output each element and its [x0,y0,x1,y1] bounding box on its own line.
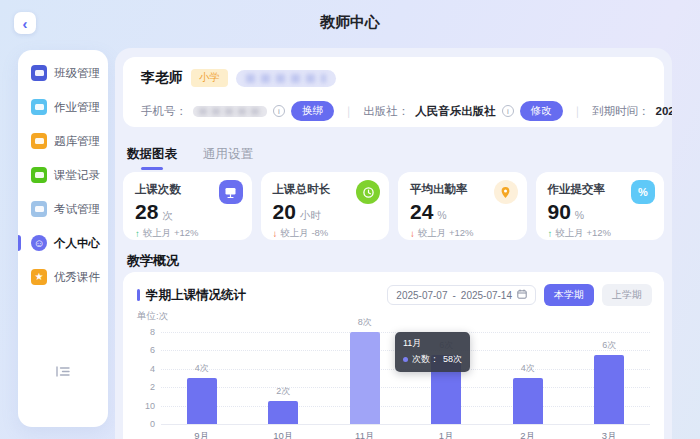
sidebar-item-classroom-record[interactable]: 课堂记录 [18,158,108,192]
bar-column: 4次 [487,332,569,424]
sidebar-item-class-management[interactable]: 班级管理 [18,56,108,90]
sidebar-item-question-bank[interactable]: 题库管理 [18,124,108,158]
tab-general-settings[interactable]: 通用设置 [203,146,253,170]
sidebar-item-label: 考试管理 [54,202,100,217]
chart-bar[interactable] [187,378,217,424]
date-separator: - [453,290,456,301]
bar-column: 8次 [324,332,406,424]
stat-delta: ↑较上月 +12% [548,227,653,240]
stat-delta: ↑较上月 +12% [135,227,240,240]
percent-icon: % [631,180,655,204]
x-axis-label: 10月 [243,430,325,439]
profile-header-row: 李老师 小学 [141,69,336,87]
sidebar-item-exam-management[interactable]: 考试管理 [18,192,108,226]
location-pin-icon [494,180,518,204]
sidebar-item-label: 课堂记录 [54,168,100,183]
profile-detail-row: 手机号： i 换绑 ｜ 出版社： 人民音乐出版社 i 修改 ｜ 到期时间： 20… [141,101,672,121]
teaching-overview-title: 教学概况 [127,252,179,270]
sidebar-item-label: 个人中心 [54,236,100,251]
bar-value-label: 2次 [276,385,290,398]
profile-card: 李老师 小学 手机号： i 换绑 ｜ 出版社： 人民音乐出版社 i 修改 ｜ 到… [123,57,664,127]
grade-badge: 小学 [191,69,228,87]
sidebar: 班级管理 作业管理 题库管理 课堂记录 考试管理 个人中心 优秀课件 [18,50,108,427]
chart-bar[interactable] [594,355,624,424]
stat-unit: 小时 [300,209,321,223]
trend-up-icon: ↑ [548,228,553,239]
chart-tooltip: 11月 次数：58次 [395,332,470,372]
trend-up-icon: ↑ [135,228,140,239]
previous-semester-button[interactable]: 上学期 [602,284,652,306]
calendar-icon [517,289,527,301]
bar-value-label: 6次 [602,339,616,352]
page-title: 教师中心 [0,13,700,32]
y-axis-tick-label: 8 [135,327,155,337]
bar-value-label: 4次 [521,362,535,375]
exam-icon [31,201,47,217]
stat-unit: 次 [162,209,173,223]
chart-bar[interactable] [268,401,298,424]
tooltip-value: 58次 [443,353,462,366]
y-axis-tick-label: 0 [135,419,155,429]
publisher-name: 人民音乐出版社 [415,104,496,119]
y-axis-tick-label: 2 [135,382,155,392]
y-axis-unit-label: 单位:次 [137,310,168,323]
stat-unit: % [575,209,584,221]
bar-value-label: 8次 [358,316,372,329]
stat-unit: % [437,209,446,221]
phone-info-icon[interactable]: i [273,105,285,117]
bar-value-label: 4次 [195,362,209,375]
chart-bar[interactable] [350,332,380,424]
class-icon [31,65,47,81]
chart-card: 学期上课情况统计 2025-07-07 - 2025-07-14 本学期 上学期… [123,272,664,439]
modify-button[interactable]: 修改 [520,101,563,121]
stat-value: 20小时 [273,200,378,224]
stat-cards-row: 上课次数 28次 ↑较上月 +12% 上课总时长 20小时 ↓较上月 -8% 平… [123,172,664,240]
question-bank-icon [31,133,47,149]
chart-bar[interactable] [513,378,543,424]
sidebar-item-label: 优秀课件 [54,270,100,285]
sidebar-item-personal-center[interactable]: 个人中心 [18,226,108,260]
courseware-icon [31,269,47,285]
current-semester-button[interactable]: 本学期 [544,284,594,306]
tooltip-value-row: 次数：58次 [403,353,462,366]
trend-down-icon: ↓ [273,228,278,239]
chart-card-header: 学期上课情况统计 2025-07-07 - 2025-07-14 本学期 上学期 [137,284,652,306]
change-bind-button[interactable]: 换绑 [291,101,334,121]
bar-column: 6次 [569,332,651,424]
main-panel: 李老师 小学 手机号： i 换绑 ｜ 出版社： 人民音乐出版社 i 修改 ｜ 到… [115,48,672,439]
chart-title: 学期上课情况统计 [146,287,246,304]
profile-icon [31,235,47,251]
sidebar-item-excellent-courseware[interactable]: 优秀课件 [18,260,108,294]
homework-icon [31,99,47,115]
sidebar-item-homework-management[interactable]: 作业管理 [18,90,108,124]
blurred-phone-number [193,106,267,117]
stat-card-lesson-count: 上课次数 28次 ↑较上月 +12% [123,172,252,240]
gridline [161,424,650,425]
whiteboard-icon [219,180,243,204]
stat-delta: ↓较上月 +12% [410,227,515,240]
phone-label: 手机号： [141,104,187,119]
publisher-info-icon[interactable]: i [502,105,514,117]
clock-icon [356,180,380,204]
tab-bar: 数据图表 通用设置 [127,146,253,170]
x-axis-label: 11月 [324,430,406,439]
classroom-record-icon [31,167,47,183]
y-axis-tick-label: 10 [135,401,155,411]
blurred-school-badge [236,70,336,87]
x-axis-label: 2月 [487,430,569,439]
tooltip-title: 11月 [403,337,462,350]
x-axis-labels: 9月10月11月1月2月3月 [161,430,650,439]
stat-card-total-hours: 上课总时长 20小时 ↓较上月 -8% [261,172,390,240]
expiry-label: 到期时间： [592,104,650,119]
stat-value: 24% [410,200,515,224]
sidebar-item-label: 作业管理 [54,100,100,115]
tab-data-charts[interactable]: 数据图表 [127,146,177,170]
bar-column: 4次 [161,332,243,424]
sidebar-item-label: 班级管理 [54,66,100,81]
divider: ｜ [343,104,354,119]
expiry-date: 2025-12-02 [656,105,672,117]
date-range-picker[interactable]: 2025-07-07 - 2025-07-14 [387,285,536,305]
stat-card-attendance-rate: 平均出勤率 24% ↓较上月 +12% [398,172,527,240]
collapse-sidebar-icon[interactable] [56,363,70,381]
chart-title-group: 学期上课情况统计 [137,287,246,304]
